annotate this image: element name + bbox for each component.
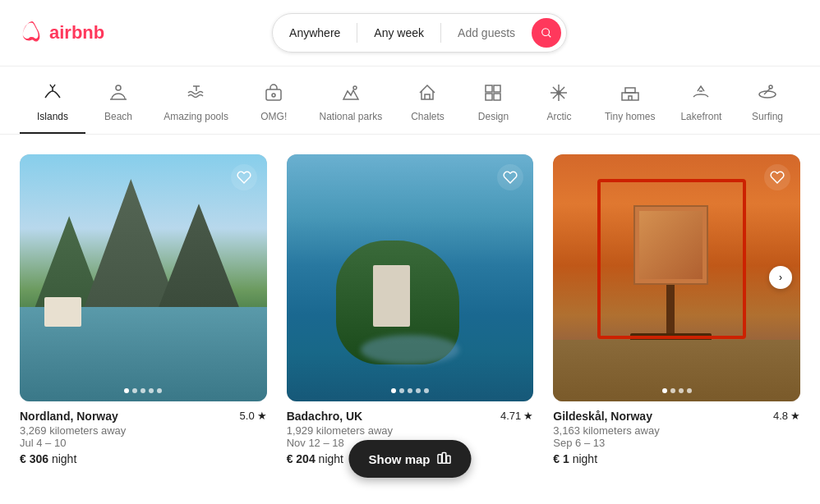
svg-rect-7 [494, 94, 500, 100]
week-label: Any week [374, 26, 424, 39]
category-item-omg[interactable]: OMG! [241, 76, 306, 134]
listing-card-nordland[interactable]: Nordland, Norway 5.0 ★ 3,269 kilometers … [20, 154, 267, 465]
nav-arrow-gildeskaal[interactable]: › [769, 266, 792, 289]
category-item-national-parks[interactable]: National parks [306, 76, 394, 134]
wishlist-button-nordland[interactable] [231, 164, 257, 190]
svg-rect-14 [442, 453, 446, 464]
category-item-chalets[interactable]: Chalets [394, 76, 460, 134]
listing-price-gildeskaal: € 1 night [553, 452, 800, 465]
svg-point-3 [353, 86, 357, 89]
week-search[interactable]: Any week [357, 14, 440, 52]
category-item-beach[interactable]: Beach [85, 76, 151, 134]
svg-rect-6 [486, 94, 492, 100]
category-nav: IslandsBeachAmazing poolsOMG!National pa… [0, 66, 820, 135]
national-parks-icon [341, 83, 361, 106]
omg-label: OMG! [260, 111, 287, 122]
image-dots-nordland [124, 388, 162, 393]
surfing-icon [758, 83, 777, 106]
tiny-homes-icon [620, 83, 640, 106]
logo[interactable]: airbnb [20, 21, 104, 45]
arctic-label: Arctic [546, 111, 571, 122]
show-map-label: Show map [368, 452, 430, 466]
category-item-arctic[interactable]: Arctic [526, 76, 592, 134]
header: airbnb Anywhere Any week Add guests [0, 0, 820, 66]
guests-label: Add guests [458, 26, 515, 39]
dot-0 [662, 388, 667, 393]
listing-rating-badachro: 4.71 ★ [500, 410, 533, 422]
listing-location-nordland: Nordland, Norway [20, 410, 118, 423]
airbnb-logo-icon [20, 21, 44, 45]
surfing-label: Surfing [752, 111, 783, 122]
star-icon-gildeskaal: ★ [790, 410, 800, 422]
dot-2 [408, 388, 412, 393]
dot-0 [124, 388, 129, 393]
category-item-lakefront[interactable]: Lakefront [668, 76, 735, 134]
map-icon [437, 451, 452, 466]
svg-rect-15 [447, 456, 451, 463]
svg-rect-5 [494, 85, 500, 92]
category-item-tiny-homes[interactable]: Tiny homes [592, 76, 667, 134]
category-item-design[interactable]: Design [460, 76, 526, 134]
dot-2 [679, 388, 684, 393]
islands-icon [43, 83, 62, 106]
listing-location-gildeskaal: Gildeskål, Norway [553, 410, 652, 423]
guests-search[interactable]: Add guests [441, 14, 532, 52]
image-dots-gildeskaal [662, 388, 692, 393]
dot-4 [424, 388, 429, 393]
chalets-icon [417, 83, 437, 106]
design-icon [483, 83, 503, 106]
omg-icon [264, 83, 283, 106]
location-label: Anywhere [289, 26, 340, 39]
lakefront-label: Lakefront [680, 111, 721, 122]
lakefront-icon [691, 83, 711, 106]
listing-distance-nordland: 3,269 kilometers away [20, 424, 267, 437]
show-map-button[interactable]: Show map [348, 440, 471, 478]
listing-image-badachro [287, 154, 534, 401]
arctic-icon [549, 83, 569, 106]
dot-2 [141, 388, 145, 393]
logo-text: airbnb [49, 22, 104, 44]
chalets-label: Chalets [411, 111, 445, 122]
category-item-surfing[interactable]: Surfing [735, 76, 800, 134]
dot-1 [670, 388, 675, 393]
dot-3 [687, 388, 692, 393]
svg-rect-1 [266, 89, 281, 100]
listing-dates-nordland: Jul 4 – 10 [20, 437, 267, 449]
beach-icon [108, 83, 128, 106]
listing-dates-gildeskaal: Sep 6 – 13 [553, 437, 800, 449]
listing-info-gildeskaal: Gildeskål, Norway 4.8 ★ 3,163 kilometers… [553, 410, 800, 465]
listing-image-gildeskaal: › [553, 154, 800, 401]
national-parks-label: National parks [320, 111, 383, 122]
star-icon-nordland: ★ [257, 410, 267, 422]
listing-location-badachro: Badachro, UK [287, 410, 363, 423]
listing-price-nordland: € 306 night [20, 452, 267, 465]
listing-card-badachro[interactable]: Badachro, UK 4.71 ★ 1,929 kilometers awa… [287, 154, 534, 465]
beach-label: Beach [104, 111, 132, 122]
amazing-pools-icon [187, 83, 206, 106]
design-label: Design [478, 111, 509, 122]
category-item-islands[interactable]: Islands [20, 76, 85, 134]
search-icon [541, 27, 552, 39]
svg-rect-10 [625, 88, 635, 93]
tiny-homes-label: Tiny homes [605, 111, 656, 122]
svg-point-12 [769, 85, 772, 89]
location-search[interactable]: Anywhere [273, 14, 357, 52]
listing-rating-gildeskaal: 4.8 ★ [773, 410, 800, 422]
svg-point-0 [116, 85, 121, 90]
dot-1 [132, 388, 137, 393]
amazing-pools-label: Amazing pools [164, 111, 228, 122]
listing-card-gildeskaal[interactable]: › Gildeskål, Norway 4.8 ★ 3,163 kilomete… [553, 154, 800, 465]
svg-point-11 [759, 91, 776, 98]
wishlist-button-gildeskaal[interactable] [764, 164, 790, 190]
category-item-amazing-pools[interactable]: Amazing pools [151, 76, 241, 134]
dot-0 [391, 388, 396, 393]
dot-4 [157, 388, 162, 393]
listing-distance-gildeskaal: 3,163 kilometers away [553, 424, 800, 437]
listing-info-nordland: Nordland, Norway 5.0 ★ 3,269 kilometers … [20, 410, 267, 465]
image-dots-badachro [391, 388, 429, 393]
star-icon-badachro: ★ [523, 410, 533, 422]
search-button[interactable] [532, 18, 561, 48]
search-bar: Anywhere Any week Add guests [272, 13, 567, 53]
listing-distance-badachro: 1,929 kilometers away [287, 424, 534, 437]
svg-rect-4 [486, 85, 492, 92]
